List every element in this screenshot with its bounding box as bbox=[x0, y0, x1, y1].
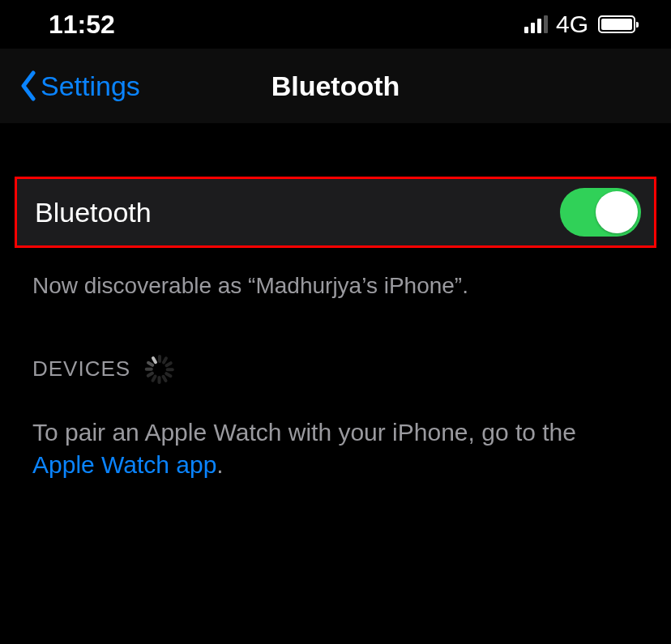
devices-section-label: DEVICES bbox=[32, 356, 130, 382]
bluetooth-toggle-label: Bluetooth bbox=[35, 197, 152, 228]
pair-hint-text: To pair an Apple Watch with your iPhone,… bbox=[0, 384, 671, 482]
bluetooth-toggle-row[interactable]: Bluetooth bbox=[15, 177, 656, 248]
status-bar: 11:52 4G bbox=[0, 0, 671, 49]
pair-hint-prefix: To pair an Apple Watch with your iPhone,… bbox=[32, 419, 576, 446]
spinner-icon bbox=[145, 355, 174, 384]
status-time: 11:52 bbox=[49, 10, 115, 40]
discoverable-text: Now discoverable as “Madhurjya’s iPhone”… bbox=[0, 248, 671, 309]
devices-section-header: DEVICES bbox=[0, 309, 671, 384]
nav-bar: Settings Bluetooth bbox=[0, 49, 671, 123]
bluetooth-toggle-switch[interactable] bbox=[560, 188, 641, 237]
network-type: 4G bbox=[556, 11, 588, 38]
apple-watch-app-link[interactable]: Apple Watch app bbox=[32, 451, 216, 478]
status-right: 4G bbox=[524, 11, 635, 38]
battery-icon bbox=[598, 15, 635, 33]
cellular-signal-icon bbox=[524, 15, 548, 33]
pair-hint-suffix: . bbox=[216, 451, 223, 478]
back-button[interactable]: Settings bbox=[19, 70, 140, 102]
back-label: Settings bbox=[41, 70, 140, 102]
chevron-left-icon bbox=[19, 70, 37, 101]
